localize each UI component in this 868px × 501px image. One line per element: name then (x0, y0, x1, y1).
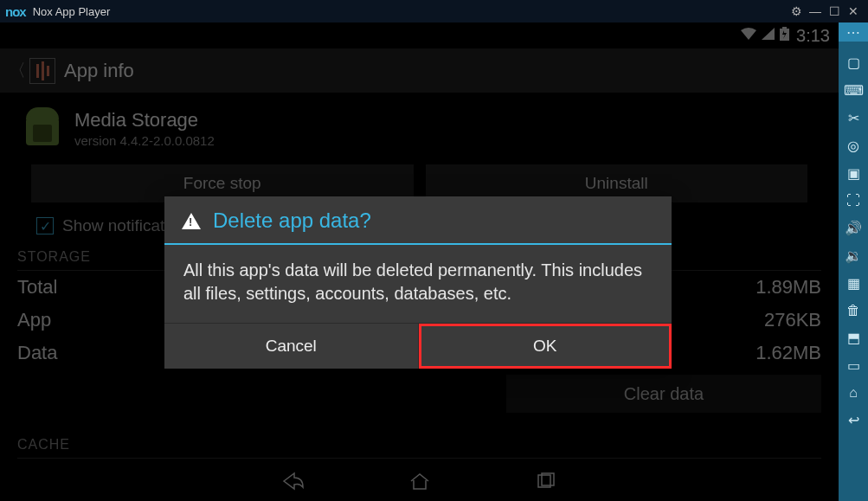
window-title: Nox App Player (33, 5, 111, 18)
screenshot-icon[interactable]: ▦ (847, 275, 860, 292)
shake-icon[interactable]: ▢ (847, 55, 860, 71)
nox-logo: nox (5, 4, 26, 19)
dialog-ok-button[interactable]: OK (419, 324, 672, 369)
settings-icon[interactable]: ⚙ (787, 4, 806, 18)
minimize-button[interactable]: — (806, 4, 825, 18)
emulator-frame: 3:13 〈 App info Media Storage version 4.… (0, 22, 839, 501)
side-toolbar: ⋯ ▢ ⌨ ✂ ◎ ▣ ⛶ 🔊 🔉 ▦ 🗑 ⬒ ▭ ⌂ ↩ (839, 22, 868, 501)
maximize-button[interactable]: ☐ (825, 4, 844, 18)
window-titlebar: nox Nox App Player ⚙ — ☐ ✕ (0, 0, 868, 22)
location-icon[interactable]: ◎ (847, 138, 859, 154)
dialog-cancel-button[interactable]: Cancel (164, 324, 419, 369)
warning-icon (182, 213, 201, 229)
apk-icon[interactable]: ⬒ (847, 330, 860, 346)
dialog-title: Delete app data? (213, 209, 371, 233)
volume-down-icon[interactable]: 🔉 (845, 247, 862, 264)
fullscreen-icon[interactable]: ⛶ (846, 193, 860, 209)
more-icon[interactable]: ⋯ (839, 22, 868, 42)
back-icon[interactable]: ↩ (848, 412, 859, 428)
volume-up-icon[interactable]: 🔊 (845, 220, 862, 236)
home-icon[interactable]: ⌂ (849, 385, 858, 401)
dialog-message: All this app's data will be deleted perm… (164, 245, 672, 323)
keyboard-icon[interactable]: ⌨ (844, 82, 864, 99)
delete-data-dialog: Delete app data? All this app's data wil… (164, 196, 672, 369)
scissors-icon[interactable]: ✂ (848, 110, 859, 126)
folder-icon[interactable]: ▣ (847, 165, 860, 182)
close-button[interactable]: ✕ (844, 4, 863, 18)
trash-icon[interactable]: 🗑 (846, 303, 860, 318)
recent-icon[interactable]: ▭ (847, 357, 860, 374)
